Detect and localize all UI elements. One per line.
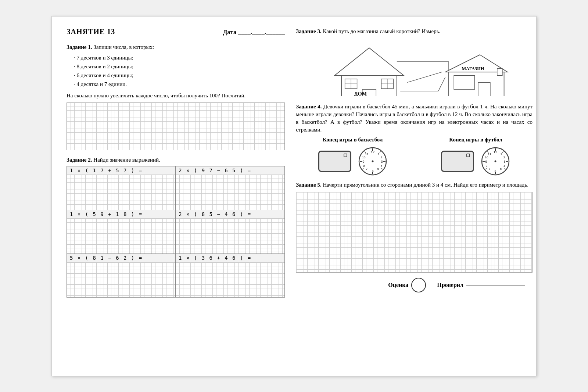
task2-cell-3b: 1 × ( 3 6 + 4 6 ) =: [176, 254, 284, 297]
bullet-4: 4 десятка и 7 единиц.: [74, 80, 285, 89]
basketball-digital: [318, 151, 351, 172]
formula-1b: 2 × ( 9 7 − 6 5 ) =: [176, 166, 284, 175]
svg-text:6: 6: [495, 169, 496, 173]
score-circle: [411, 278, 426, 292]
task2-row-1: 1 × ( 1 7 + 5 7 ) = 2 × ( 9 7 − 6 5 ) =: [67, 166, 284, 210]
task2-row-3: 5 × ( 8 1 − 6 2 ) = 1 × ( 3 6 + 4 6 ) =: [67, 254, 284, 297]
svg-text:12: 12: [371, 150, 374, 154]
grid-3b[interactable]: [176, 262, 284, 297]
svg-text:ДОМ: ДОМ: [354, 91, 367, 96]
task2-cell-2a: 1 × ( 5 9 + 1 8 ) =: [67, 210, 176, 253]
svg-text:3: 3: [504, 160, 506, 163]
football-clocks: 12 3 6 9 1 2 4 5 11 10 8 7: [419, 147, 533, 176]
svg-text:9: 9: [485, 160, 487, 163]
formula-1a: 1 × ( 1 7 + 5 7 ) =: [67, 166, 175, 175]
svg-text:8: 8: [363, 164, 365, 168]
grid-1a[interactable]: [67, 175, 175, 210]
task1-text: На сколько нужно увеличить каждое число,…: [67, 91, 285, 100]
svg-text:2: 2: [381, 156, 383, 159]
svg-text:12: 12: [494, 150, 497, 154]
clocks-row: 12 3 6 9 1 2 4 5 11 10 8 7: [296, 147, 533, 176]
score-label: Оценка: [388, 282, 408, 288]
grid-2b[interactable]: [176, 219, 284, 253]
task5-grid[interactable]: [296, 192, 533, 273]
basketball-clocks: 12 3 6 9 1 2 4 5 11 10 8 7: [296, 147, 409, 176]
svg-text:1: 1: [378, 152, 380, 156]
svg-rect-17: [454, 75, 474, 89]
bottom-section: Оценка Проверил: [296, 278, 533, 292]
task1-header: Задание 1. Запиши числа, в которых:: [67, 43, 285, 51]
task2-header: Задание 2. Найди значение выражений.: [67, 156, 285, 164]
svg-text:9: 9: [362, 160, 364, 163]
page-title: ЗАНЯТИЕ 13: [67, 28, 115, 36]
formula-2b: 2 × ( 8 5 − 4 6 ) =: [176, 210, 284, 219]
page-header: ЗАНЯТИЕ 13 Дата ____.____.______: [67, 28, 285, 36]
task2-cell-2b: 2 × ( 8 5 − 4 6 ) =: [176, 210, 284, 253]
task5-header: Задание 5. Начерти прямоугольник со стор…: [296, 181, 533, 189]
checked-line: [466, 285, 525, 285]
svg-text:МАГАЗИН: МАГАЗИН: [462, 66, 484, 71]
task4-section: Задание 4. Девочки играли в баскетбол 45…: [296, 103, 533, 176]
svg-line-10: [407, 72, 442, 82]
task2-cell-3a: 5 × ( 8 1 − 6 2 ) =: [67, 254, 176, 297]
bullet-2: 8 десятков и 2 единицы;: [74, 62, 285, 71]
football-digital: [441, 151, 474, 172]
grid-1b[interactable]: [176, 175, 284, 210]
date-line: Дата ____.____.______: [223, 29, 285, 36]
task3-header: Задание 3. Какой путь до магазина самый …: [296, 28, 533, 35]
task1-section: Задание 1. Запиши числа, в которых: 7 де…: [67, 43, 285, 151]
svg-text:8: 8: [486, 164, 488, 168]
svg-text:10: 10: [362, 156, 365, 159]
svg-point-42: [372, 160, 373, 162]
svg-point-64: [495, 160, 496, 162]
task2-grid-wrapper: 1 × ( 1 7 + 5 7 ) = 2 × ( 9 7 − 6 5 ) = …: [67, 166, 285, 298]
checked-section: Проверил: [437, 282, 525, 288]
house-diagram-svg: ДОМ: [296, 37, 533, 96]
svg-text:7: 7: [366, 167, 368, 170]
svg-rect-18: [478, 82, 490, 96]
svg-text:11: 11: [365, 152, 368, 156]
basketball-clock-label: Конец игры в баскетбол: [296, 137, 409, 143]
grid-3a[interactable]: [67, 262, 175, 297]
svg-text:3: 3: [381, 160, 383, 163]
bullet-3: 6 десятков и 4 единицы;: [74, 71, 285, 80]
score-section: Оценка: [388, 278, 426, 292]
svg-rect-19: [497, 68, 502, 75]
task2-row-2: 1 × ( 5 9 + 1 8 ) = 2 × ( 8 5 − 4 6 ) =: [67, 210, 284, 254]
bullet-1: 7 десятков и 3 единицы;: [74, 53, 285, 62]
svg-text:5: 5: [500, 167, 502, 170]
football-clock-label: Конец игры в футбол: [419, 137, 533, 143]
svg-text:10: 10: [485, 156, 488, 159]
page: ЗАНЯТИЕ 13 Дата ____.____.______ Задание…: [51, 16, 537, 376]
svg-text:6: 6: [372, 169, 373, 173]
task2-cell-1b: 2 × ( 9 7 − 6 5 ) =: [176, 166, 284, 210]
formula-3a: 5 × ( 8 1 − 6 2 ) =: [67, 254, 175, 262]
svg-text:5: 5: [377, 167, 379, 170]
formula-2a: 1 × ( 5 9 + 1 8 ) =: [67, 210, 175, 219]
svg-line-12: [438, 77, 445, 91]
task1-grid[interactable]: [67, 103, 285, 150]
svg-text:7: 7: [489, 167, 491, 170]
left-column: ЗАНЯТИЕ 13 Дата ____.____.______ Задание…: [67, 28, 285, 365]
task2-section: Задание 2. Найди значение выражений. 1 ×…: [67, 156, 285, 298]
svg-text:11: 11: [488, 152, 491, 156]
formula-3b: 1 × ( 3 6 + 4 6 ) =: [176, 254, 284, 262]
basketball-analog-clock: 12 3 6 9 1 2 4 5 11 10 8 7: [358, 147, 387, 176]
svg-text:1: 1: [501, 152, 502, 156]
svg-marker-0: [335, 48, 404, 75]
task3-section: Задание 3. Какой путь до магазина самый …: [296, 28, 533, 98]
task1-bullets: 7 десятков и 3 единицы; 8 десятков и 2 е…: [67, 53, 285, 89]
grid-2a[interactable]: [67, 219, 175, 253]
svg-text:4: 4: [503, 164, 505, 168]
checked-label: Проверил: [437, 282, 463, 288]
task4-header: Задание 4. Девочки играли в баскетбол 45…: [296, 103, 533, 134]
right-column: Задание 3. Какой путь до магазина самый …: [296, 28, 533, 365]
svg-text:2: 2: [503, 156, 505, 159]
task5-section: Задание 5. Начерти прямоугольник со стор…: [296, 181, 533, 273]
task2-cell-1a: 1 × ( 1 7 + 5 7 ) =: [67, 166, 176, 210]
svg-text:4: 4: [381, 164, 383, 168]
clocks-labels: Конец игры в баскетбол Конец игры в футб…: [296, 137, 533, 143]
football-analog-clock: 12 3 6 9 1 2 4 5 11 10 8 7: [481, 147, 510, 176]
